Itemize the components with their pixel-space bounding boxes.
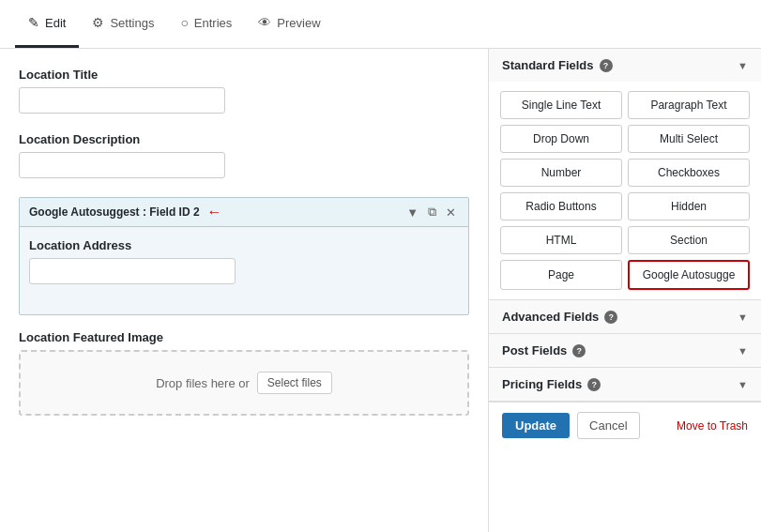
field-duplicate-btn[interactable]: ⧉	[425, 204, 439, 220]
field-btn-drop-down[interactable]: Drop Down	[500, 125, 622, 153]
field-btn-html[interactable]: HTML	[500, 226, 622, 254]
field-delete-btn[interactable]: ✕	[443, 204, 459, 220]
standard-fields-grid: Single Line Text Paragraph Text Drop Dow…	[489, 82, 761, 299]
field-btn-hidden[interactable]: Hidden	[628, 192, 750, 220]
post-fields-title: Post Fields ?	[502, 343, 586, 357]
field-btn-number[interactable]: Number	[500, 159, 622, 187]
right-panel: Standard Fields ? ▼ Single Line Text Par…	[489, 49, 761, 532]
field-btn-google-autosuggest[interactable]: Google Autosugge	[628, 260, 750, 290]
field-btn-multi-select[interactable]: Multi Select	[628, 125, 750, 153]
tab-edit-label: Edit	[45, 16, 66, 30]
location-address-group: Location Address	[29, 238, 459, 284]
move-to-trash-button[interactable]: Move to Trash	[677, 419, 748, 433]
standard-fields-title-text: Standard Fields	[502, 58, 594, 72]
standard-fields-help-icon: ?	[600, 59, 613, 72]
advanced-fields-title-text: Advanced Fields	[502, 310, 599, 324]
tab-edit[interactable]: ✎ Edit	[15, 0, 79, 48]
location-address-input[interactable]	[29, 258, 236, 284]
post-fields-title-text: Post Fields	[502, 343, 567, 357]
field-btn-radio-buttons[interactable]: Radio Buttons	[500, 192, 622, 220]
location-description-group: Location Description	[19, 132, 469, 178]
field-btn-paragraph-text[interactable]: Paragraph Text	[628, 91, 750, 119]
field-btn-checkboxes[interactable]: Checkboxes	[628, 159, 750, 187]
advanced-fields-section: Advanced Fields ? ▼	[489, 300, 761, 334]
location-title-input[interactable]	[19, 87, 225, 114]
advanced-fields-help-icon: ?	[604, 311, 617, 324]
field-block-actions: ▼ ⧉ ✕	[403, 204, 459, 220]
advanced-fields-chevron: ▼	[738, 312, 748, 323]
tab-entries[interactable]: ○ Entries	[167, 0, 245, 48]
select-files-button[interactable]: Select files	[257, 372, 332, 394]
advanced-fields-header[interactable]: Advanced Fields ? ▼	[489, 300, 761, 333]
field-collapse-btn[interactable]: ▼	[403, 204, 421, 220]
main-layout: Location Title Location Description Goog…	[0, 49, 761, 532]
cancel-button[interactable]: Cancel	[577, 412, 639, 439]
tab-preview-label: Preview	[277, 16, 320, 30]
tab-settings[interactable]: ⚙ Settings	[79, 0, 167, 48]
post-fields-chevron: ▼	[738, 345, 748, 357]
location-title-label: Location Title	[19, 68, 469, 82]
featured-image-group: Location Featured Image Drop files here …	[19, 330, 469, 416]
pricing-fields-title-text: Pricing Fields	[502, 377, 582, 391]
pricing-fields-section: Pricing Fields ? ▼	[489, 368, 761, 402]
pricing-fields-chevron: ▼	[738, 379, 748, 390]
edit-icon: ✎	[28, 15, 39, 30]
preview-icon: 👁	[258, 15, 271, 30]
standard-fields-title: Standard Fields ?	[502, 58, 613, 72]
location-description-input[interactable]	[19, 152, 225, 178]
field-block-body: Location Address	[20, 227, 468, 314]
standard-fields-header[interactable]: Standard Fields ? ▼	[489, 49, 761, 82]
update-button[interactable]: Update	[502, 413, 570, 438]
field-btn-single-line-text[interactable]: Single Line Text	[500, 91, 622, 119]
field-btn-page[interactable]: Page	[500, 260, 622, 290]
upload-area[interactable]: Drop files here or Select files	[19, 350, 469, 416]
standard-fields-chevron: ▼	[738, 60, 748, 71]
standard-fields-section: Standard Fields ? ▼ Single Line Text Par…	[489, 49, 761, 300]
location-description-label: Location Description	[19, 132, 469, 146]
featured-image-label: Location Featured Image	[19, 330, 469, 344]
location-title-group: Location Title	[19, 68, 469, 114]
field-block-title: Google Autosuggest : Field ID 2 ←	[29, 204, 222, 220]
pricing-fields-header[interactable]: Pricing Fields ? ▼	[489, 368, 761, 401]
pricing-fields-title: Pricing Fields ?	[502, 377, 601, 391]
entries-icon: ○	[180, 15, 188, 30]
post-fields-section: Post Fields ? ▼	[489, 334, 761, 368]
tab-entries-label: Entries	[194, 16, 232, 30]
field-btn-section[interactable]: Section	[628, 226, 750, 254]
post-fields-header[interactable]: Post Fields ? ▼	[489, 334, 761, 367]
tab-preview[interactable]: 👁 Preview	[245, 0, 333, 48]
location-address-label: Location Address	[29, 238, 459, 252]
settings-icon: ⚙	[92, 15, 104, 30]
pricing-fields-help-icon: ?	[587, 378, 601, 391]
bottom-bar: Update Cancel Move to Trash	[489, 402, 761, 448]
left-panel: Location Title Location Description Goog…	[0, 49, 489, 532]
post-fields-help-icon: ?	[572, 344, 586, 357]
google-field-title-text: Google Autosuggest : Field ID 2	[29, 205, 200, 219]
google-autosuggest-field-block: Google Autosuggest : Field ID 2 ← ▼ ⧉ ✕ …	[19, 197, 469, 315]
field-block-header: Google Autosuggest : Field ID 2 ← ▼ ⧉ ✕	[20, 198, 468, 227]
top-nav: ✎ Edit ⚙ Settings ○ Entries 👁 Preview	[0, 0, 761, 49]
upload-text: Drop files here or	[156, 376, 250, 390]
arrow-indicator: ←	[207, 204, 222, 220]
app-container: ✎ Edit ⚙ Settings ○ Entries 👁 Preview Lo…	[0, 0, 761, 532]
tab-settings-label: Settings	[110, 16, 154, 30]
advanced-fields-title: Advanced Fields ?	[502, 310, 617, 324]
